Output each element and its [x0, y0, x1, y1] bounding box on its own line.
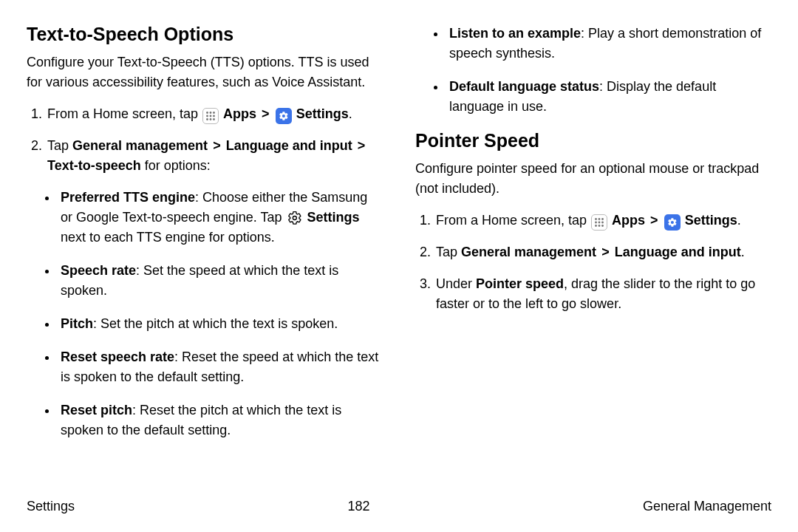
settings-label: Settings	[296, 106, 349, 121]
pointer-steps: From a Home screen, tap Apps > Settings.	[415, 211, 771, 314]
main-content: Text-to-Speech Options Configure your Te…	[27, 24, 771, 488]
svg-point-7	[210, 118, 212, 120]
list-item: Speech rate: Set the speed at which the …	[58, 261, 383, 301]
text: : Set the pitch at which the text is spo…	[93, 316, 338, 331]
chevron-icon: >	[650, 213, 658, 228]
language-input-label: Language and input	[226, 138, 352, 153]
tts-steps: From a Home screen, tap Apps > Settings.	[27, 104, 383, 176]
text-to-speech-label: Text-to-speech	[47, 158, 141, 173]
svg-point-2	[213, 112, 215, 114]
chevron-icon: >	[358, 138, 366, 153]
svg-point-5	[213, 115, 215, 117]
chevron-icon: >	[601, 245, 610, 259]
option-title: Preferred TTS engine	[61, 190, 195, 205]
text: .	[741, 245, 745, 259]
list-item: Default language status: Display the def…	[446, 77, 771, 117]
option-title: Reset speech rate	[61, 349, 174, 364]
chevron-icon: >	[262, 106, 270, 121]
apps-grid-icon	[591, 214, 607, 231]
language-input-label: Language and input	[615, 245, 741, 259]
tts-description: Configure your Text-to-Speech (TTS) opti…	[27, 52, 383, 92]
list-item: Listen to an example: Play a short demon…	[446, 24, 771, 64]
option-title: Reset pitch	[61, 403, 132, 417]
svg-point-12	[601, 218, 604, 220]
chevron-icon: >	[213, 138, 221, 153]
general-management-label: General management	[72, 138, 208, 153]
text: for options:	[141, 158, 211, 173]
svg-point-18	[601, 225, 604, 227]
pointer-step-1: From a Home screen, tap Apps > Settings.	[434, 211, 771, 231]
left-column: Text-to-Speech Options Configure your Te…	[27, 24, 383, 488]
settings-label: Settings	[685, 213, 737, 228]
text: From a Home screen, tap	[47, 106, 202, 121]
text: .	[349, 106, 352, 121]
svg-point-1	[210, 112, 212, 114]
svg-point-6	[206, 118, 208, 120]
pointer-speed-label: Pointer speed	[476, 276, 564, 291]
svg-point-3	[206, 115, 208, 117]
tts-options-list: Preferred TTS engine: Choose either the …	[27, 188, 383, 440]
option-title: Speech rate	[61, 263, 136, 278]
pointer-step-2: Tap General management > Language and in…	[434, 242, 771, 262]
settings-gear-icon	[276, 108, 292, 124]
general-management-label: General management	[461, 245, 596, 259]
gear-outline-icon	[287, 210, 303, 226]
settings-gear-icon	[664, 214, 681, 231]
text: Tap	[436, 245, 461, 259]
footer-page-number: 182	[347, 499, 369, 514]
option-title: Listen to an example	[449, 26, 581, 41]
tts-options-continued: Listen to an example: Play a short demon…	[415, 24, 771, 117]
pointer-description: Configure pointer speed for an optional …	[415, 159, 771, 199]
apps-label: Apps	[612, 213, 645, 228]
svg-point-8	[213, 118, 215, 120]
settings-label: Settings	[307, 210, 360, 225]
option-title: Default language status	[449, 79, 599, 94]
tts-step-1: From a Home screen, tap Apps > Settings.	[46, 104, 383, 124]
list-item: Reset speech rate: Reset the speed at wh…	[58, 347, 383, 387]
svg-point-11	[598, 218, 601, 220]
apps-label: Apps	[223, 106, 256, 121]
text: From a Home screen, tap	[436, 213, 590, 228]
svg-point-4	[210, 115, 212, 117]
footer-section: Settings	[27, 499, 75, 514]
heading-tts-options: Text-to-Speech Options	[27, 24, 383, 45]
svg-point-9	[293, 216, 296, 220]
apps-grid-icon	[202, 108, 219, 124]
text: .	[737, 213, 741, 228]
svg-point-14	[598, 222, 601, 224]
page-footer: Settings 182 General Management	[27, 499, 771, 514]
list-item: Preferred TTS engine: Choose either the …	[58, 188, 383, 248]
list-item: Pitch: Set the pitch at which the text i…	[58, 314, 383, 334]
text: next to each TTS engine for options.	[61, 230, 275, 245]
text: Under	[436, 276, 476, 291]
svg-point-0	[206, 112, 208, 114]
text: Tap	[47, 138, 72, 153]
tts-step-2: Tap General management > Language and in…	[46, 136, 383, 176]
right-column: Listen to an example: Play a short demon…	[415, 24, 771, 488]
svg-point-16	[595, 225, 597, 227]
option-title: Pitch	[61, 316, 93, 331]
footer-chapter: General Management	[643, 499, 771, 514]
pointer-step-3: Under Pointer speed, drag the slider to …	[434, 274, 771, 314]
svg-point-15	[601, 222, 604, 224]
list-item: Reset pitch: Reset the pitch at which th…	[58, 400, 383, 440]
svg-point-13	[595, 222, 597, 224]
svg-point-17	[598, 225, 601, 227]
svg-point-10	[595, 218, 597, 220]
heading-pointer-speed: Pointer Speed	[415, 130, 771, 151]
